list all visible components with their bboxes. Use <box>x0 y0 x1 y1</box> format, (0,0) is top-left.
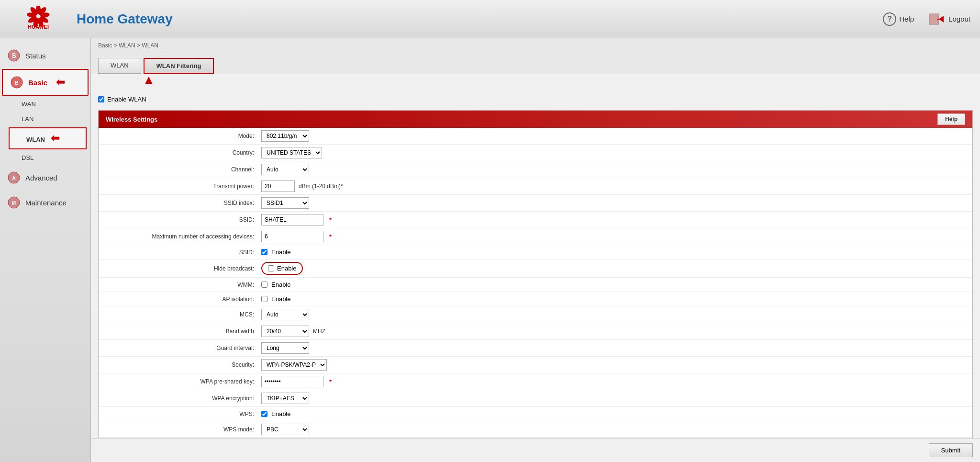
svg-text:HUAWEI: HUAWEI <box>28 24 49 30</box>
max-devices-input[interactable] <box>261 231 323 242</box>
field-channel: Channel: Auto 1611 <box>99 161 972 178</box>
wmm-text[interactable]: Enable <box>271 281 290 288</box>
field-ssid-index-control: SSID1SSID2SSID3SSID4 <box>261 197 309 209</box>
field-transmit-power-control: dBm (1-20 dBm)* <box>261 180 343 192</box>
header: HUAWEI Home Gateway ? Help Logout <box>0 0 980 38</box>
wireless-settings-section: Wireless Settings Help Mode: 802.11b/g/n… <box>98 110 973 438</box>
field-ssid-label: SSID: <box>99 216 261 223</box>
field-ssid-enable-control: Enable <box>261 248 290 256</box>
field-wpa-encryption-control: TKIP+AESTKIPAES <box>261 393 309 404</box>
field-wpa-key: WPA pre-shared key: * <box>99 373 972 390</box>
sidebar-item-maintenance[interactable]: M Maintenance <box>0 190 90 215</box>
sidebar-item-basic[interactable]: B Basic ⬅ <box>2 69 89 96</box>
ssid-index-select[interactable]: SSID1SSID2SSID3SSID4 <box>261 197 309 209</box>
field-bandwidth: Band width 20/4020 MHZ <box>99 323 972 340</box>
tab-wlan-filtering[interactable]: WLAN Filtering <box>144 58 214 74</box>
field-guard-interval: Guard interval: LongShort <box>99 340 972 357</box>
field-ap-isolation: AP isolation: Enable <box>99 292 972 306</box>
bandwidth-unit: MHZ <box>313 328 325 335</box>
sidebar-item-advanced[interactable]: A Advanced <box>0 165 90 190</box>
main-container: S Status B Basic ⬅ WAN LAN WLAN ⬅ DSL <box>0 38 980 462</box>
max-devices-required: * <box>329 233 332 240</box>
wps-text[interactable]: Enable <box>271 410 290 417</box>
wpa-encryption-select[interactable]: TKIP+AESTKIPAES <box>261 393 309 404</box>
field-ssid-index-label: SSID index: <box>99 200 261 206</box>
field-country-control: UNITED STATES CHINA <box>261 147 322 158</box>
field-ssid: SSID: * <box>99 212 972 228</box>
sidebar-subitem-wlan[interactable]: WLAN ⬅ <box>9 127 87 149</box>
field-ap-isolation-control: Enable <box>261 295 290 303</box>
country-select[interactable]: UNITED STATES CHINA <box>261 147 322 158</box>
field-wpa-key-label: WPA pre-shared key: <box>99 378 261 385</box>
huawei-logo-svg: HUAWEI <box>19 6 57 32</box>
mode-select[interactable]: 802.11b/g/n 802.11b/g 802.11n <box>261 130 309 142</box>
wpa-key-required: * <box>329 378 332 385</box>
sidebar-subitems: WAN LAN WLAN ⬅ DSL <box>0 97 90 165</box>
tabs: WLAN WLAN Filtering ▲ <box>91 53 980 74</box>
transmit-power-input[interactable] <box>261 180 295 192</box>
sidebar-subitem-dsl[interactable]: DSL <box>5 150 90 165</box>
ap-isolation-checkbox[interactable] <box>261 296 267 302</box>
ssid-enable-text[interactable]: Enable <box>271 248 290 256</box>
field-ssid-enable: SSID: Enable <box>99 245 972 259</box>
hide-broadcast-checkbox[interactable] <box>268 265 274 271</box>
help-button[interactable]: ? Help <box>883 12 914 26</box>
bandwidth-select[interactable]: 20/4020 <box>261 326 309 337</box>
wps-checkbox[interactable] <box>261 411 267 417</box>
field-transmit-power-label: Transmit power: <box>99 183 261 190</box>
svg-text:B: B <box>15 80 19 86</box>
mcs-select[interactable]: Auto017 <box>261 309 309 320</box>
field-wps-mode: WPS mode: PBCPIN <box>99 421 972 438</box>
field-mode-control: 802.11b/g/n 802.11b/g 802.11n <box>261 130 309 142</box>
enable-wlan-checkbox[interactable] <box>98 96 104 102</box>
wpa-key-input[interactable] <box>261 376 323 387</box>
sidebar-subitem-lan[interactable]: LAN <box>5 112 90 126</box>
field-guard-interval-control: LongShort <box>261 342 309 354</box>
guard-interval-select[interactable]: LongShort <box>261 342 309 354</box>
header-actions: ? Help Logout <box>883 12 970 26</box>
logout-icon <box>928 12 946 26</box>
field-wmm: WMM: Enable <box>99 278 972 292</box>
svg-text:A: A <box>12 176 15 181</box>
submit-area: Submit <box>91 438 980 462</box>
field-ssid-enable-label: SSID: <box>99 249 261 256</box>
enable-wlan-label[interactable]: Enable WLAN <box>107 96 146 103</box>
field-mcs-control: Auto017 <box>261 309 309 320</box>
section-help-button[interactable]: Help <box>937 113 965 125</box>
sidebar-item-status[interactable]: S Status <box>0 43 90 68</box>
field-security-label: Security: <box>99 361 261 368</box>
submit-button[interactable]: Submit <box>929 443 973 457</box>
sidebar: S Status B Basic ⬅ WAN LAN WLAN ⬅ DSL <box>0 38 91 462</box>
tab-wlan[interactable]: WLAN <box>98 58 141 74</box>
form-area: Enable WLAN Wireless Settings Help Mode:… <box>91 89 980 438</box>
hide-broadcast-text[interactable]: Enable <box>277 265 296 272</box>
field-wps-mode-control: PBCPIN <box>261 424 309 435</box>
security-select[interactable]: WPA-PSK/WPA2-PNoneWEP <box>261 359 327 371</box>
field-guard-interval-label: Guard interval: <box>99 345 261 351</box>
content: Basic > WLAN > WLAN WLAN WLAN Filtering … <box>91 38 980 462</box>
field-security-control: WPA-PSK/WPA2-PNoneWEP <box>261 359 327 371</box>
wmm-checkbox[interactable] <box>261 282 267 288</box>
field-hide-broadcast: Hide broadcast: Enable <box>99 259 972 278</box>
wps-mode-select[interactable]: PBCPIN <box>261 424 309 435</box>
ap-isolation-text[interactable]: Enable <box>271 295 290 303</box>
field-mode: Mode: 802.11b/g/n 802.11b/g 802.11n <box>99 128 972 145</box>
logout-label: Logout <box>948 15 970 23</box>
field-max-devices: Maximum number of accessing devices: * <box>99 228 972 245</box>
logo: HUAWEI <box>10 6 67 32</box>
channel-select[interactable]: Auto 1611 <box>261 164 309 175</box>
ssid-enable-checkbox[interactable] <box>261 249 267 255</box>
section-header: Wireless Settings Help <box>99 111 972 128</box>
basic-icon: B <box>10 76 23 89</box>
field-wpa-encryption-label: WPA encryption: <box>99 395 261 402</box>
field-country: Country: UNITED STATES CHINA <box>99 145 972 161</box>
field-mcs: MCS: Auto017 <box>99 306 972 323</box>
field-ssid-index: SSID index: SSID1SSID2SSID3SSID4 <box>99 195 972 212</box>
field-security: Security: WPA-PSK/WPA2-PNoneWEP <box>99 357 972 373</box>
ssid-input[interactable] <box>261 214 323 225</box>
sidebar-subitem-wan[interactable]: WAN <box>5 97 90 112</box>
logout-button[interactable]: Logout <box>928 12 970 26</box>
basic-arrow: ⬅ <box>56 76 65 89</box>
sidebar-maintenance-label: Maintenance <box>25 199 67 207</box>
field-channel-control: Auto 1611 <box>261 164 309 175</box>
